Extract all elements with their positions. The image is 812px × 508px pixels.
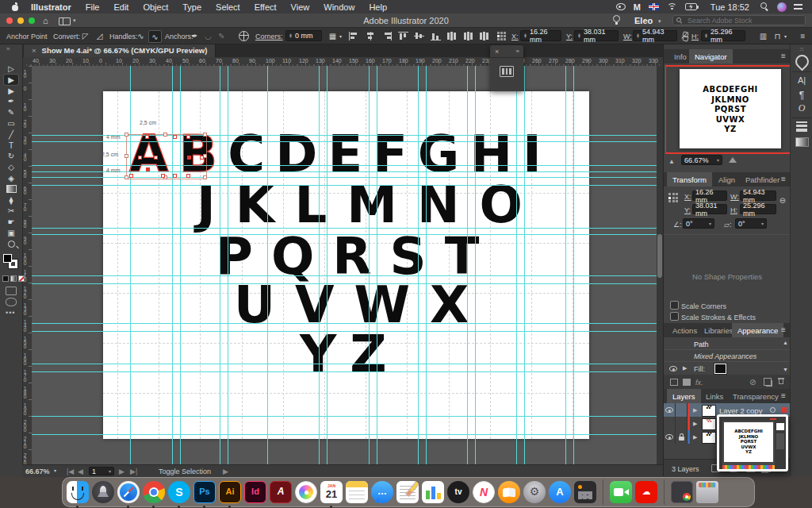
tab-align[interactable]: Align (713, 172, 741, 187)
paragraph-panel-icon[interactable]: ¶ (791, 90, 812, 101)
corners-label[interactable]: Corners: (255, 33, 283, 40)
input-source-flag-icon[interactable] (645, 3, 663, 10)
scroll-up-icon[interactable]: ▲ (783, 340, 788, 345)
align-icon-hc[interactable] (366, 32, 376, 40)
transform-panel-menu-icon[interactable]: ≡ (781, 175, 786, 183)
layer-thumbnail[interactable]: ▞▞ (702, 405, 716, 417)
stroke-panel-icon[interactable] (791, 121, 812, 132)
appearance-panel-menu-icon[interactable]: ≡ (781, 325, 786, 334)
anchor-point[interactable] (138, 156, 142, 160)
lightbulb-icon[interactable] (613, 15, 620, 25)
scale-corners-checkbox[interactable] (670, 301, 679, 310)
dock-calculator-icon[interactable] (574, 481, 596, 503)
transform-reference-point-icon[interactable] (668, 193, 678, 202)
screenshot-preview-thumbnail[interactable]: ABCDEFGHIJKLMNOPQRSTUVWXYZ (717, 414, 788, 471)
control-panel-menu-icon[interactable]: ≡ (797, 30, 809, 41)
none-icon[interactable] (18, 275, 25, 282)
transform-x-label[interactable]: X: (684, 193, 691, 201)
apple-menu[interactable] (6, 2, 24, 11)
dock-safari-icon[interactable] (117, 481, 140, 503)
options-chevron-icon[interactable]: ▾ (783, 30, 788, 41)
account-name[interactable]: Eleo (634, 16, 653, 25)
navigator-panel-menu-icon[interactable]: ≡ (781, 52, 786, 60)
screen-mode-icon[interactable] (6, 298, 17, 306)
tab-appearance[interactable]: Appearance (732, 323, 783, 337)
tab-links[interactable]: Links (700, 389, 729, 403)
layer-disclosure-icon[interactable]: ▶ (693, 421, 697, 427)
dock-launchpad-icon[interactable] (92, 481, 114, 503)
hand-tool[interactable]: ☛ (4, 217, 18, 227)
prev-artboard-icon[interactable]: ◀ (78, 468, 83, 475)
corners-field[interactable]: ▲▼ 0 mm (285, 30, 322, 41)
zoom-out-icon[interactable]: ▲ (668, 158, 675, 165)
y-label[interactable]: Y: (566, 33, 573, 40)
align-icon-d1[interactable] (446, 32, 457, 40)
layer-visibility-icon[interactable] (665, 434, 673, 440)
notification-center-icon[interactable] (791, 4, 806, 10)
shear-field[interactable]: 0°▾ (735, 218, 767, 229)
m-menulet-icon[interactable]: M (630, 2, 645, 12)
x-field[interactable]: ▲▼16.26 mm (520, 30, 561, 41)
status-expand-icon[interactable]: ▶ (223, 468, 228, 475)
eye-menulet-icon[interactable] (612, 3, 630, 10)
scrollbar-thumb[interactable] (657, 234, 662, 278)
layer-target-icon[interactable] (770, 407, 776, 413)
spotlight-icon[interactable] (756, 2, 773, 11)
floating-panel-collapse-icon[interactable]: » (516, 48, 519, 55)
rotate-tool[interactable]: ↻ (4, 151, 18, 161)
rotate-field[interactable]: 0°▾ (683, 218, 714, 229)
tab-transform[interactable]: Transform (667, 172, 712, 187)
appearance-expand-icon[interactable]: ▶ (683, 365, 687, 371)
scroll-down-icon[interactable]: ▼ (783, 367, 788, 372)
transform-y-field[interactable]: 38.031 mm (692, 204, 727, 214)
layer-lock-icon[interactable] (678, 433, 684, 441)
transform-y-label[interactable]: Y: (684, 206, 691, 214)
group-selection-tool[interactable]: ▶ (4, 86, 18, 96)
transform-w-field[interactable]: 54.943 mm (740, 190, 776, 201)
type-tool[interactable]: T (4, 140, 18, 151)
scissors-tool[interactable]: ✂ (4, 206, 18, 216)
dock-app-store-icon[interactable]: A (549, 481, 571, 503)
direct-selection-tool[interactable]: ▶ (4, 75, 18, 85)
navigator-zoom-field[interactable]: 66.67%▾ (681, 155, 722, 165)
dock-appletv-icon[interactable]: tv (447, 481, 469, 503)
menu-window[interactable]: Window (316, 2, 362, 12)
expand-panels-icon[interactable]: ⁙ (791, 46, 812, 53)
dock-numbers-icon[interactable] (422, 481, 444, 503)
next-artboard-icon[interactable]: ▶ (119, 468, 124, 475)
dock-acrobat-icon[interactable]: A (270, 481, 292, 503)
selection-handle[interactable] (124, 154, 128, 158)
dock-trash-icon[interactable] (696, 481, 718, 503)
h-field[interactable]: ▲▼25.296 mm (701, 30, 745, 41)
transform-h-label[interactable]: H: (730, 206, 737, 214)
tab-actions[interactable]: Actions (667, 323, 703, 337)
h-label[interactable]: H: (691, 33, 699, 40)
menu-edit[interactable]: Edit (106, 2, 136, 12)
menubar-clock[interactable]: Tue 18:52 (703, 2, 756, 12)
layer-disclosure-icon[interactable]: ▶ (693, 407, 697, 414)
character-panel-icon[interactable]: A| (791, 75, 812, 85)
align-icon-vb[interactable] (431, 32, 441, 40)
fill-stroke-wells[interactable] (3, 254, 19, 270)
dock-news-icon[interactable]: N (473, 481, 495, 503)
account-chevron-icon[interactable]: ▾ (658, 18, 661, 25)
menu-help[interactable]: Help (362, 2, 394, 12)
hide-handles-icon[interactable]: ∿ (148, 30, 162, 43)
anchor-point[interactable] (129, 174, 133, 178)
floating-panel-artboard-icon[interactable] (500, 66, 514, 77)
align-icon-vm[interactable] (414, 32, 424, 40)
zoom-tool[interactable] (4, 239, 18, 249)
last-artboard-icon[interactable]: ▶| (130, 468, 137, 475)
anchor-point[interactable] (173, 174, 177, 178)
transform-w-label[interactable]: W: (730, 193, 739, 201)
delete-item-icon[interactable] (778, 378, 784, 384)
align-icon-hl[interactable] (349, 32, 359, 40)
select-similar-icon[interactable]: ▦ (327, 30, 339, 41)
shape-options-icon[interactable]: ▥ (757, 30, 769, 41)
dock-books-icon[interactable] (498, 481, 520, 503)
appearance-path-row[interactable]: Path (694, 341, 709, 348)
menu-select[interactable]: Select (209, 2, 247, 12)
transform-link-icon[interactable]: ⊘ (777, 195, 788, 206)
convert-smooth-icon[interactable]: ◿ (94, 30, 105, 41)
anchor-point-selected[interactable] (187, 156, 191, 160)
